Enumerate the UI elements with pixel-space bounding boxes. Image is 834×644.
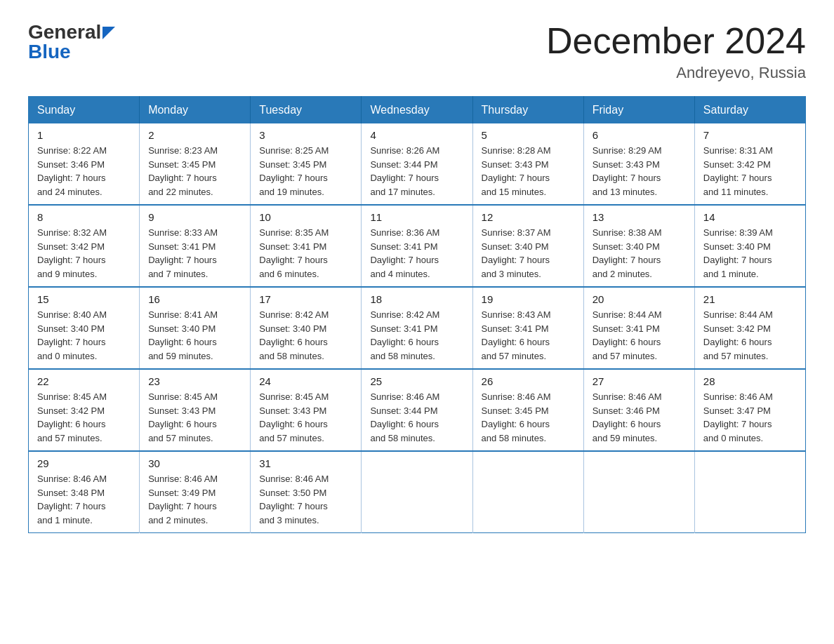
- day-info: Sunrise: 8:42 AM Sunset: 3:41 PM Dayligh…: [370, 308, 463, 363]
- logo: General Blue: [28, 21, 115, 63]
- day-cell: 4Sunrise: 8:26 AM Sunset: 3:44 PM Daylig…: [362, 123, 472, 205]
- page-header: General Blue December 2024 Andreyevo, Ru…: [28, 21, 806, 82]
- day-info: Sunrise: 8:29 AM Sunset: 3:43 PM Dayligh…: [593, 144, 686, 199]
- day-cell: 14Sunrise: 8:39 AM Sunset: 3:40 PM Dayli…: [694, 205, 805, 287]
- header-cell-wednesday: Wednesday: [362, 97, 472, 124]
- day-number: 30: [148, 457, 241, 469]
- day-info: Sunrise: 8:44 AM Sunset: 3:42 PM Dayligh…: [703, 308, 797, 363]
- day-number: 23: [148, 375, 241, 387]
- day-cell: 26Sunrise: 8:46 AM Sunset: 3:45 PM Dayli…: [472, 369, 583, 451]
- logo-triangle-icon: [102, 27, 115, 39]
- day-cell: 13Sunrise: 8:38 AM Sunset: 3:40 PM Dayli…: [583, 205, 694, 287]
- logo-blue-text: Blue: [28, 41, 71, 63]
- day-cell: 1Sunrise: 8:22 AM Sunset: 3:46 PM Daylig…: [29, 123, 140, 205]
- day-info: Sunrise: 8:28 AM Sunset: 3:43 PM Dayligh…: [482, 144, 575, 199]
- header-cell-friday: Friday: [583, 97, 694, 124]
- day-number: 6: [593, 129, 686, 141]
- day-cell: 29Sunrise: 8:46 AM Sunset: 3:48 PM Dayli…: [29, 451, 140, 533]
- calendar-header: SundayMondayTuesdayWednesdayThursdayFrid…: [29, 97, 806, 124]
- day-cell: [472, 451, 583, 533]
- day-cell: 2Sunrise: 8:23 AM Sunset: 3:45 PM Daylig…: [140, 123, 251, 205]
- day-cell: 24Sunrise: 8:45 AM Sunset: 3:43 PM Dayli…: [251, 369, 362, 451]
- day-number: 8: [37, 211, 131, 223]
- day-cell: 25Sunrise: 8:46 AM Sunset: 3:44 PM Dayli…: [362, 369, 472, 451]
- day-info: Sunrise: 8:40 AM Sunset: 3:40 PM Dayligh…: [37, 308, 131, 363]
- day-cell: [694, 451, 805, 533]
- location-label: Andreyevo, Russia: [546, 64, 806, 82]
- day-info: Sunrise: 8:32 AM Sunset: 3:42 PM Dayligh…: [37, 226, 131, 281]
- day-cell: 11Sunrise: 8:36 AM Sunset: 3:41 PM Dayli…: [362, 205, 472, 287]
- day-cell: 23Sunrise: 8:45 AM Sunset: 3:43 PM Dayli…: [140, 369, 251, 451]
- day-number: 2: [148, 129, 241, 141]
- day-info: Sunrise: 8:33 AM Sunset: 3:41 PM Dayligh…: [148, 226, 241, 281]
- day-cell: [362, 451, 472, 533]
- day-number: 14: [703, 211, 797, 223]
- day-cell: 27Sunrise: 8:46 AM Sunset: 3:46 PM Dayli…: [583, 369, 694, 451]
- calendar-table: SundayMondayTuesdayWednesdayThursdayFrid…: [28, 96, 806, 533]
- header-cell-sunday: Sunday: [29, 97, 140, 124]
- week-row-5: 29Sunrise: 8:46 AM Sunset: 3:48 PM Dayli…: [29, 451, 806, 533]
- day-info: Sunrise: 8:22 AM Sunset: 3:46 PM Dayligh…: [37, 144, 131, 199]
- day-cell: 19Sunrise: 8:43 AM Sunset: 3:41 PM Dayli…: [472, 287, 583, 369]
- day-number: 24: [259, 375, 352, 387]
- day-info: Sunrise: 8:26 AM Sunset: 3:44 PM Dayligh…: [370, 144, 463, 199]
- day-info: Sunrise: 8:46 AM Sunset: 3:45 PM Dayligh…: [482, 390, 575, 445]
- header-cell-tuesday: Tuesday: [251, 97, 362, 124]
- day-info: Sunrise: 8:45 AM Sunset: 3:42 PM Dayligh…: [37, 390, 131, 445]
- day-number: 19: [482, 293, 575, 305]
- day-cell: 3Sunrise: 8:25 AM Sunset: 3:45 PM Daylig…: [251, 123, 362, 205]
- day-info: Sunrise: 8:25 AM Sunset: 3:45 PM Dayligh…: [259, 144, 352, 199]
- day-number: 25: [370, 375, 463, 387]
- day-info: Sunrise: 8:46 AM Sunset: 3:44 PM Dayligh…: [370, 390, 463, 445]
- day-cell: 18Sunrise: 8:42 AM Sunset: 3:41 PM Dayli…: [362, 287, 472, 369]
- day-number: 10: [259, 211, 352, 223]
- day-cell: 17Sunrise: 8:42 AM Sunset: 3:40 PM Dayli…: [251, 287, 362, 369]
- week-row-3: 15Sunrise: 8:40 AM Sunset: 3:40 PM Dayli…: [29, 287, 806, 369]
- day-info: Sunrise: 8:23 AM Sunset: 3:45 PM Dayligh…: [148, 144, 241, 199]
- day-info: Sunrise: 8:46 AM Sunset: 3:47 PM Dayligh…: [703, 390, 797, 445]
- day-cell: 6Sunrise: 8:29 AM Sunset: 3:43 PM Daylig…: [583, 123, 694, 205]
- header-cell-thursday: Thursday: [472, 97, 583, 124]
- day-cell: 20Sunrise: 8:44 AM Sunset: 3:41 PM Dayli…: [583, 287, 694, 369]
- day-cell: 9Sunrise: 8:33 AM Sunset: 3:41 PM Daylig…: [140, 205, 251, 287]
- day-cell: 5Sunrise: 8:28 AM Sunset: 3:43 PM Daylig…: [472, 123, 583, 205]
- day-number: 18: [370, 293, 463, 305]
- day-number: 27: [593, 375, 686, 387]
- day-cell: [583, 451, 694, 533]
- day-cell: 21Sunrise: 8:44 AM Sunset: 3:42 PM Dayli…: [694, 287, 805, 369]
- day-number: 4: [370, 129, 463, 141]
- day-number: 31: [259, 457, 352, 469]
- day-info: Sunrise: 8:45 AM Sunset: 3:43 PM Dayligh…: [148, 390, 241, 445]
- calendar-body: 1Sunrise: 8:22 AM Sunset: 3:46 PM Daylig…: [29, 123, 806, 533]
- day-info: Sunrise: 8:44 AM Sunset: 3:41 PM Dayligh…: [593, 308, 686, 363]
- day-info: Sunrise: 8:39 AM Sunset: 3:40 PM Dayligh…: [703, 226, 797, 281]
- day-cell: 15Sunrise: 8:40 AM Sunset: 3:40 PM Dayli…: [29, 287, 140, 369]
- day-number: 11: [370, 211, 463, 223]
- day-cell: 30Sunrise: 8:46 AM Sunset: 3:49 PM Dayli…: [140, 451, 251, 533]
- day-info: Sunrise: 8:46 AM Sunset: 3:50 PM Dayligh…: [259, 472, 352, 527]
- day-number: 16: [148, 293, 241, 305]
- day-info: Sunrise: 8:45 AM Sunset: 3:43 PM Dayligh…: [259, 390, 352, 445]
- header-cell-saturday: Saturday: [694, 97, 805, 124]
- title-area: December 2024 Andreyevo, Russia: [546, 21, 806, 82]
- day-number: 28: [703, 375, 797, 387]
- day-number: 29: [37, 457, 131, 469]
- day-number: 26: [482, 375, 575, 387]
- week-row-2: 8Sunrise: 8:32 AM Sunset: 3:42 PM Daylig…: [29, 205, 806, 287]
- day-info: Sunrise: 8:36 AM Sunset: 3:41 PM Dayligh…: [370, 226, 463, 281]
- day-info: Sunrise: 8:38 AM Sunset: 3:40 PM Dayligh…: [593, 226, 686, 281]
- day-number: 9: [148, 211, 241, 223]
- day-cell: 22Sunrise: 8:45 AM Sunset: 3:42 PM Dayli…: [29, 369, 140, 451]
- day-number: 22: [37, 375, 131, 387]
- day-number: 13: [593, 211, 686, 223]
- day-cell: 8Sunrise: 8:32 AM Sunset: 3:42 PM Daylig…: [29, 205, 140, 287]
- header-row: SundayMondayTuesdayWednesdayThursdayFrid…: [29, 97, 806, 124]
- day-cell: 12Sunrise: 8:37 AM Sunset: 3:40 PM Dayli…: [472, 205, 583, 287]
- month-title: December 2024: [546, 21, 806, 61]
- day-number: 3: [259, 129, 352, 141]
- day-number: 1: [37, 129, 131, 141]
- day-cell: 28Sunrise: 8:46 AM Sunset: 3:47 PM Dayli…: [694, 369, 805, 451]
- header-cell-monday: Monday: [140, 97, 251, 124]
- day-cell: 31Sunrise: 8:46 AM Sunset: 3:50 PM Dayli…: [251, 451, 362, 533]
- week-row-1: 1Sunrise: 8:22 AM Sunset: 3:46 PM Daylig…: [29, 123, 806, 205]
